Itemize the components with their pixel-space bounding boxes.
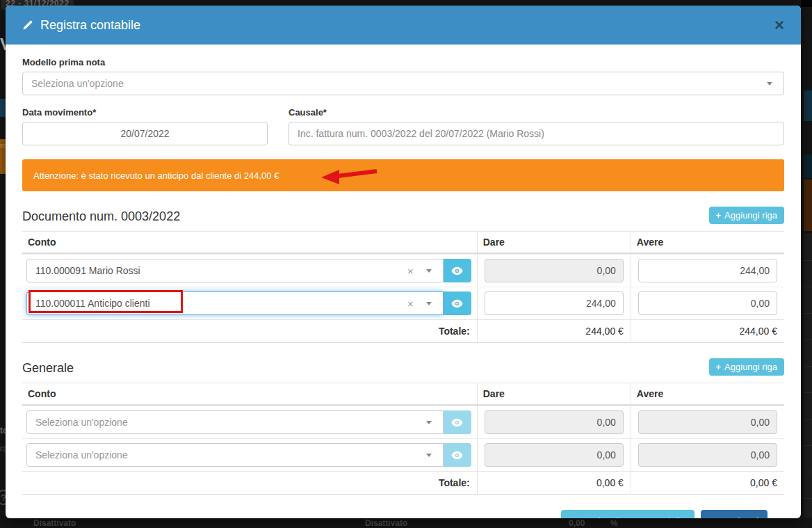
background-cell: Disattivato xyxy=(365,518,407,528)
close-icon[interactable]: × xyxy=(772,15,787,35)
dare-input xyxy=(485,259,624,282)
conto-select[interactable]: 110.000011 Anticipo clienti × xyxy=(26,291,444,315)
eye-button[interactable] xyxy=(444,443,471,467)
avere-input xyxy=(638,410,777,434)
add-row-label: Aggiungi riga xyxy=(724,362,777,372)
avere-input xyxy=(638,443,777,467)
avere-column-header: Avere xyxy=(631,232,784,253)
table-row: 110.000011 Anticipo clienti × xyxy=(22,287,784,319)
table-row: Seleziona un'opzione xyxy=(22,406,784,438)
modal-header: Registra contabile × xyxy=(6,6,801,45)
modello-prima-nota-label: Modello prima nota xyxy=(22,57,784,67)
background-cell: Disattivato xyxy=(33,518,76,528)
table-row: 110.000091 Mario Rossi × xyxy=(22,254,784,287)
conto-select-value: 110.000011 Anticipo clienti xyxy=(35,298,150,309)
button-label: Aggiungi xyxy=(721,516,759,518)
conto-select-placeholder: Seleziona un'opzione xyxy=(35,449,128,461)
modal-body: Modello prima nota Seleziona un'opzione … xyxy=(6,45,801,518)
totale-dare: 0,00 € xyxy=(477,472,631,494)
aggiungi-e-crea-modello-button[interactable]: + Aggiungi e crea modello xyxy=(561,510,695,518)
totale-avere: 0,00 € xyxy=(631,472,784,494)
table-row: Seleziona un'opzione xyxy=(22,438,784,471)
causale-label: Causale* xyxy=(289,107,784,118)
dare-input xyxy=(485,443,624,467)
chevron-down-icon xyxy=(767,82,772,86)
dare-input xyxy=(485,410,624,434)
background-cell: 0,00 xyxy=(569,518,585,528)
warning-text: Attenzione: è stato ricevuto un anticipo… xyxy=(33,170,279,181)
conto-select-value: 110.000091 Mario Rossi xyxy=(35,265,140,276)
dare-column-header: Dare xyxy=(477,232,631,253)
documento-section-title: Documento num. 0003/2022 xyxy=(22,209,180,224)
pencil-icon xyxy=(22,19,33,31)
data-movimento-input[interactable] xyxy=(22,122,268,145)
plus-icon: + xyxy=(570,516,576,519)
background-table-row: Disattivato Disattivato 0,00 % xyxy=(0,518,812,528)
screen: 22 - 31/12/2022 V co to ra ? Disattivato… xyxy=(0,0,812,528)
annotation-arrow xyxy=(320,166,380,187)
totale-avere: 244,00 € xyxy=(631,320,784,342)
generale-section-title: Generale xyxy=(22,361,74,376)
modal-title: Registra contabile xyxy=(22,18,140,33)
conto-select[interactable]: 110.000091 Mario Rossi × xyxy=(26,259,444,282)
button-label: Aggiungi e crea modello xyxy=(581,516,685,518)
documento-add-row-button[interactable]: + Aggiungi riga xyxy=(709,207,784,224)
clear-icon[interactable]: × xyxy=(400,265,421,277)
dare-input[interactable] xyxy=(485,291,624,315)
background-cell: % xyxy=(610,518,618,528)
add-row-label: Aggiungi riga xyxy=(724,210,777,221)
background-fragment xyxy=(804,234,812,528)
totale-label: Totale: xyxy=(22,472,477,494)
modello-prima-nota-select[interactable]: Seleziona un'opzione xyxy=(22,72,784,95)
warning-banner: Attenzione: è stato ricevuto un anticipo… xyxy=(22,159,784,191)
table-header-row: Conto Dare Avere xyxy=(22,231,784,254)
chevron-down-icon xyxy=(426,302,432,305)
background-fragment xyxy=(804,154,812,178)
modal-title-text: Registra contabile xyxy=(40,18,140,33)
registra-contabile-modal: Registra contabile × Modello prima nota … xyxy=(6,6,801,518)
conto-column-header: Conto xyxy=(22,383,477,404)
eye-icon xyxy=(451,418,463,427)
plus-icon: + xyxy=(716,210,722,221)
avere-column-header: Avere xyxy=(631,383,784,404)
generale-add-row-button[interactable]: + Aggiungi riga xyxy=(709,358,784,376)
totale-label: Totale: xyxy=(22,320,477,342)
documento-table: Conto Dare Avere 110.000091 Mario Rossi … xyxy=(22,231,784,343)
avere-input[interactable] xyxy=(638,259,777,282)
conto-column-header: Conto xyxy=(22,232,477,253)
totale-row: Totale: 0,00 € 0,00 € xyxy=(22,471,784,494)
modal-footer: + Aggiungi e crea modello + Aggiungi xyxy=(22,495,784,518)
eye-icon xyxy=(451,451,463,460)
generale-table: Conto Dare Avere Seleziona un'opzione xyxy=(22,383,784,495)
background-orange-fragment: co xyxy=(0,139,6,174)
aggiungi-button[interactable]: + Aggiungi xyxy=(701,510,768,518)
chevron-down-icon xyxy=(426,454,432,457)
eye-button[interactable] xyxy=(444,291,471,315)
eye-icon xyxy=(451,266,463,275)
avere-input[interactable] xyxy=(638,291,777,315)
plus-icon: + xyxy=(710,516,716,519)
background-fragment xyxy=(801,0,812,7)
background-blue-fragment xyxy=(0,99,6,117)
eye-button[interactable] xyxy=(444,410,471,434)
totale-row: Totale: 244,00 € 244,00 € xyxy=(22,319,784,342)
conto-select[interactable]: Seleziona un'opzione xyxy=(26,410,444,434)
background-fragment xyxy=(804,179,812,231)
data-movimento-label: Data movimento* xyxy=(22,107,268,118)
modello-prima-nota-placeholder: Seleziona un'opzione xyxy=(31,78,124,89)
plus-icon: + xyxy=(716,362,722,372)
totale-dare: 244,00 € xyxy=(477,320,631,342)
conto-select[interactable]: Seleziona un'opzione xyxy=(26,443,444,467)
clear-icon[interactable]: × xyxy=(400,298,421,310)
eye-button[interactable] xyxy=(444,259,471,282)
dare-column-header: Dare xyxy=(477,383,631,404)
chevron-down-icon xyxy=(426,421,432,424)
table-header-row: Conto Dare Avere xyxy=(22,383,784,406)
background-fragment xyxy=(804,90,812,121)
conto-select-placeholder: Seleziona un'opzione xyxy=(35,417,128,428)
chevron-down-icon xyxy=(426,269,432,273)
eye-icon xyxy=(451,299,463,308)
causale-input[interactable] xyxy=(289,122,784,145)
